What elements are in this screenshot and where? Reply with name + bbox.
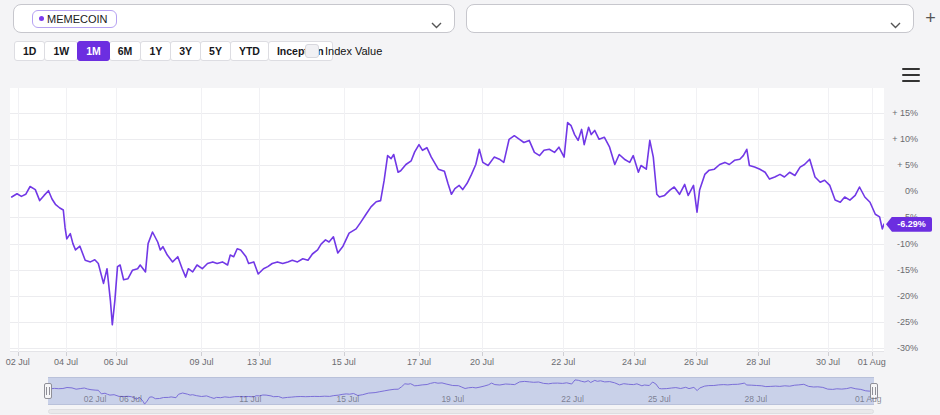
y-axis-tick-label: -20% bbox=[884, 291, 918, 301]
navigator-tick-label: 19 Jul bbox=[441, 394, 464, 404]
x-axis-tick bbox=[563, 352, 564, 356]
x-axis-tick bbox=[634, 352, 635, 356]
x-axis-tick-label: 22 Jul bbox=[551, 357, 575, 367]
series-select[interactable]: MEMECOIN bbox=[13, 4, 455, 33]
y-axis-tick-label: -30% bbox=[884, 343, 918, 353]
x-axis-tick-label: 17 Jul bbox=[407, 357, 431, 367]
current-value-badge: -6.29% bbox=[886, 217, 932, 232]
x-axis-tick-label: 09 Jul bbox=[189, 357, 213, 367]
compare-select[interactable] bbox=[466, 4, 914, 33]
navigator-tick-label: 15 Jul bbox=[336, 394, 359, 404]
navigator-tick-label: 11 Jul bbox=[239, 394, 261, 404]
x-axis-tick bbox=[482, 352, 483, 356]
navigator-tick-label: 06 Jul bbox=[119, 394, 142, 404]
x-axis-tick-label: 02 Jul bbox=[6, 357, 30, 367]
y-axis-tick-label: -25% bbox=[884, 317, 918, 327]
x-axis-tick bbox=[872, 352, 873, 356]
x-axis-tick-label: 01 Aug bbox=[858, 357, 886, 367]
x-axis-tick bbox=[696, 352, 697, 356]
navigator-left-handle[interactable] bbox=[44, 383, 52, 399]
hamburger-icon bbox=[902, 68, 920, 70]
x-axis-tick-label: 30 Jul bbox=[816, 357, 840, 367]
range-button-1y[interactable]: 1Y bbox=[140, 41, 171, 61]
navigator-scrollbar[interactable] bbox=[48, 409, 874, 414]
range-button-inception[interactable]: Inception bbox=[268, 41, 333, 61]
x-axis-tick-label: 04 Jul bbox=[54, 357, 78, 367]
y-axis-tick-label: -15% bbox=[884, 265, 918, 275]
navigator-tick-label: 02 Jul bbox=[84, 394, 107, 404]
hamburger-icon bbox=[902, 74, 920, 76]
y-axis-tick-label: + 15% bbox=[884, 108, 918, 118]
range-button-1d[interactable]: 1D bbox=[14, 41, 45, 61]
range-button-ytd[interactable]: YTD bbox=[230, 41, 269, 61]
y-axis-tick-label: 0% bbox=[884, 186, 918, 196]
y-axis-tick-label: + 5% bbox=[884, 160, 918, 170]
navigator-tick-label: 22 Jul bbox=[561, 394, 584, 404]
x-axis-tick bbox=[828, 352, 829, 356]
x-axis-tick bbox=[66, 352, 67, 356]
chevron-down-icon bbox=[431, 15, 442, 33]
add-series-button[interactable]: + bbox=[921, 6, 940, 30]
memecoin-chip-label: MEMECOIN bbox=[47, 13, 108, 25]
range-button-1m[interactable]: 1M bbox=[77, 41, 110, 61]
x-axis-tick bbox=[259, 352, 260, 356]
range-button-5y[interactable]: 5Y bbox=[200, 41, 231, 61]
navigator-tick-label: 25 Jul bbox=[648, 394, 671, 404]
range-button-6m[interactable]: 6M bbox=[109, 41, 142, 61]
x-axis-tick bbox=[116, 352, 117, 356]
range-button-1w[interactable]: 1W bbox=[44, 41, 78, 61]
memecoin-chip[interactable]: MEMECOIN bbox=[32, 10, 117, 28]
plot-area[interactable] bbox=[10, 88, 884, 352]
x-axis-tick bbox=[18, 352, 19, 356]
x-axis-tick-label: 13 Jul bbox=[247, 357, 271, 367]
range-navigator[interactable]: 02 Jul06 Jul11 Jul15 Jul19 Jul22 Jul25 J… bbox=[48, 377, 874, 405]
y-axis-tick-label: + 10% bbox=[884, 134, 918, 144]
hamburger-icon bbox=[902, 80, 920, 82]
navigator-tick-label: 01 Aug bbox=[855, 394, 881, 404]
chevron-down-icon bbox=[890, 15, 901, 33]
range-button-3y[interactable]: 3Y bbox=[170, 41, 201, 61]
x-axis-tick-label: 20 Jul bbox=[470, 357, 494, 367]
chart-menu-button[interactable] bbox=[902, 68, 920, 82]
x-axis-tick-label: 06 Jul bbox=[104, 357, 128, 367]
navigator-tick-label: 28 Jul bbox=[745, 394, 768, 404]
x-axis-tick bbox=[419, 352, 420, 356]
memecoin-series-line bbox=[10, 88, 884, 352]
x-axis-tick bbox=[201, 352, 202, 356]
series-dot-icon bbox=[39, 16, 44, 21]
y-axis-tick-label: -10% bbox=[884, 239, 918, 249]
x-axis-tick-label: 28 Jul bbox=[746, 357, 770, 367]
x-axis-tick-label: 24 Jul bbox=[622, 357, 646, 367]
range-toolbar: 1D1W1M6M1Y3Y5YYTDInception bbox=[14, 41, 333, 61]
x-axis-tick-label: 26 Jul bbox=[684, 357, 708, 367]
index-value-checkbox[interactable] bbox=[305, 44, 319, 58]
index-value-label: Index Value bbox=[325, 45, 382, 57]
x-axis-tick bbox=[344, 352, 345, 356]
x-axis-tick-label: 15 Jul bbox=[332, 357, 356, 367]
x-axis-tick bbox=[758, 352, 759, 356]
